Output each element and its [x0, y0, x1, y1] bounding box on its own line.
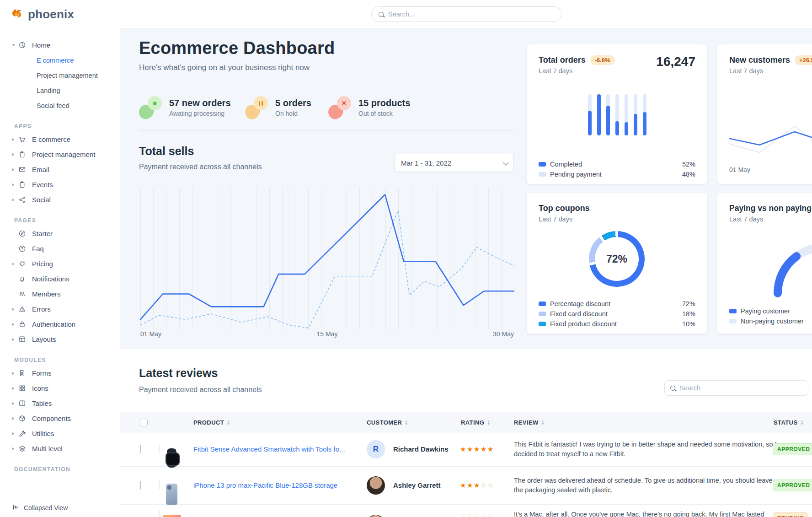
- top-bar: phoenix: [0, 0, 812, 28]
- review-text: It's a Mac, after all. Once you've gone …: [514, 511, 764, 517]
- dashboard-section: Ecommerce Dashboard Here's what's going …: [120, 28, 812, 349]
- product-image-fitbit[interactable]: [159, 445, 160, 453]
- sidebar-item-tables[interactable]: Tables: [0, 396, 120, 411]
- chevron-right-icon: [12, 168, 18, 171]
- sidebar-item-faq[interactable]: Faq: [0, 241, 120, 256]
- sidebar-item-email[interactable]: Email: [0, 162, 120, 177]
- sort-icon: [487, 420, 490, 425]
- stat-new-orders: ★ 57 new orders Awating processing: [139, 95, 231, 119]
- sidebar-item-icons[interactable]: Icons: [0, 381, 120, 396]
- table-row: ☆☆☆☆☆ It's a Mac, after all. Once you've…: [120, 505, 812, 517]
- date-range-select[interactable]: Mar 1 - 31, 2022: [394, 154, 514, 172]
- sidebar-item-project-management[interactable]: Project management: [0, 147, 120, 162]
- chevron-right-icon: [12, 387, 18, 390]
- order-bar: [634, 94, 637, 135]
- sparkline-x-label: 01 May: [729, 166, 750, 173]
- sidebar-item-social[interactable]: Social: [0, 192, 120, 207]
- sidebar-item-components[interactable]: Components: [0, 411, 120, 426]
- rating-stars: ☆☆☆☆☆: [460, 512, 494, 517]
- sidebar-item-multi-level[interactable]: Multi level: [0, 441, 120, 456]
- sidebar-item-members[interactable]: Members: [0, 286, 120, 302]
- sort-icon: [800, 420, 803, 425]
- sidebar-item-events[interactable]: Events: [0, 177, 120, 192]
- nav-group-label-pages: PAGES: [0, 215, 120, 226]
- sidebar-item-forms[interactable]: Forms: [0, 366, 120, 381]
- product-image-imac[interactable]: [159, 510, 160, 517]
- collapsed-view-toggle[interactable]: Collapsed View: [0, 498, 120, 517]
- sidebar-item-utilities[interactable]: Utilities: [0, 426, 120, 441]
- columns-icon: [18, 399, 27, 408]
- reviews-search-input[interactable]: [679, 384, 802, 392]
- select-all-checkbox[interactable]: [140, 412, 148, 433]
- review-text: This Fitbit is fantastic! I was trying t…: [514, 441, 777, 458]
- sidebar-item-home-e-commerce[interactable]: E commerce: [0, 53, 120, 68]
- sort-icon: [405, 420, 408, 425]
- card-title: Top coupons: [539, 204, 590, 213]
- sort-icon: [227, 420, 230, 425]
- chevron-right-icon: [12, 138, 18, 141]
- global-search[interactable]: [371, 6, 561, 22]
- warning-pause-icon: [245, 95, 268, 119]
- total-sells-title: Total sells: [139, 145, 194, 158]
- sidebar-item-notifications[interactable]: Notifications: [0, 271, 120, 286]
- stat-on-hold: 5 orders On hold: [245, 95, 311, 119]
- wrench-icon: [18, 430, 27, 438]
- column-customer[interactable]: CUSTOMER: [367, 412, 408, 433]
- column-review[interactable]: REVIEW: [514, 412, 545, 433]
- reviews-search[interactable]: [664, 380, 808, 396]
- sidebar-item-e-commerce[interactable]: E commerce: [0, 132, 120, 147]
- new-customers-sparkline: [729, 121, 812, 154]
- product-link[interactable]: Fitbit Sense Advanced Smartwatch with To…: [193, 445, 345, 453]
- row-checkbox[interactable]: [140, 481, 141, 490]
- main-content: Ecommerce Dashboard Here's what's going …: [120, 28, 812, 517]
- customer-name: Richard Dawkins: [393, 445, 449, 453]
- total-orders-card: Total orders -6.8% Last 7 days 16,247 Co…: [526, 44, 708, 184]
- chevron-down-icon: [12, 44, 18, 46]
- review-text: The order was delivered ahead of schedul…: [514, 477, 773, 494]
- brand-logo[interactable]: phoenix: [10, 0, 74, 28]
- search-icon: [670, 386, 675, 391]
- page-subtitle: Here's what's going on at your business …: [139, 63, 310, 72]
- sidebar-item-home-project-management[interactable]: Project management: [0, 68, 120, 83]
- chevron-right-icon: [12, 432, 18, 435]
- order-bar: [643, 94, 646, 135]
- chevron-right-icon: [12, 263, 18, 265]
- sidebar-item-home-social-feed[interactable]: Social feed: [0, 98, 120, 113]
- legend-fixed-card-discount: Fixed card discount 18%: [539, 310, 695, 318]
- donut-center-label: 72%: [589, 231, 645, 287]
- customer-name: Ashley Garrett: [393, 481, 440, 489]
- sidebar-item-authentication[interactable]: Authentication: [0, 317, 120, 332]
- legend-completed: Completed 52%: [539, 160, 695, 168]
- avatar: [367, 476, 385, 495]
- sidebar-item-home-landing[interactable]: Landing: [0, 83, 120, 98]
- sidebar-item-layouts[interactable]: Layouts: [0, 332, 120, 347]
- phoenix-flame-icon: [10, 6, 24, 22]
- chevron-right-icon: [12, 308, 18, 311]
- sidebar-item-home[interactable]: Home: [0, 38, 120, 53]
- table-row: Fitbit Sense Advanced Smartwatch with To…: [120, 432, 812, 467]
- global-search-input[interactable]: [388, 11, 554, 18]
- row-checkbox[interactable]: [140, 445, 141, 453]
- rating-stars: ★★★☆☆: [460, 481, 494, 489]
- chevron-right-icon: [12, 199, 18, 201]
- column-product[interactable]: PRODUCT: [193, 412, 230, 433]
- sidebar-item-starter[interactable]: Starter: [0, 226, 120, 241]
- trend-badge: +26.5%: [795, 55, 812, 65]
- chevron-right-icon: [12, 372, 18, 375]
- chevron-down-icon: [503, 159, 509, 165]
- product-image-iphone[interactable]: [159, 481, 160, 490]
- total-sells-x-axis: 01 May 15 May 30 May: [140, 330, 514, 339]
- sidebar-item-errors[interactable]: Errors: [0, 302, 120, 317]
- chevron-right-icon: [12, 417, 18, 420]
- status-badge: APPROVED✓: [773, 443, 812, 455]
- column-rating[interactable]: RATING: [461, 412, 491, 433]
- trend-badge: -6.8%: [590, 55, 615, 65]
- nav-group-label-documentation: DOCUMENTATION: [0, 464, 120, 475]
- reviews-table-header: PRODUCT CUSTOMER RATING REVIEW STATUS: [120, 412, 812, 432]
- column-status[interactable]: STATUS: [774, 412, 804, 433]
- product-link[interactable]: iPhone 13 pro max-Pacific Blue-128GB sto…: [193, 481, 337, 489]
- sidebar-item-pricing[interactable]: Pricing: [0, 256, 120, 271]
- bell-icon: [18, 275, 27, 283]
- chevron-right-icon: [12, 338, 18, 341]
- card-period: Last 7 days: [539, 67, 572, 75]
